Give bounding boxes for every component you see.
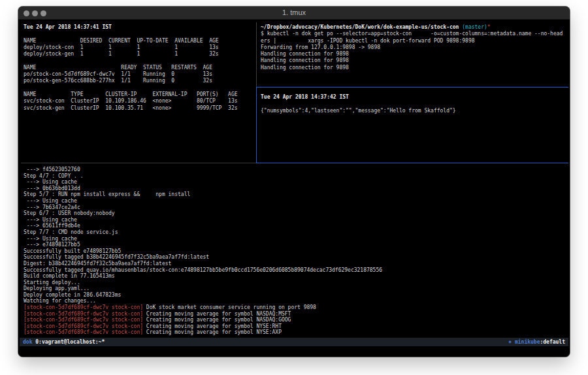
terminal-line: NAME READY STATUS RESTARTS AGE <box>24 65 256 71</box>
pane-skaffold-build-log[interactable]: ---> f45623052760Step 4/7 : COPY . . ---… <box>21 164 568 337</box>
terminal-line: Tue 24 Apr 2018 14:37:41 IST <box>24 24 256 31</box>
terminal-line: ---> 7b6347ce2a4c <box>24 204 568 211</box>
kube-namespace: :default <box>540 338 565 346</box>
pane-app-output-active[interactable]: Tue 24 Apr 2018 14:37:42 IST {"numsymbol… <box>257 88 568 162</box>
terminal-line: Starting deploy... <box>24 280 568 286</box>
terminal-line: Handling connection for 9898 <box>261 57 568 64</box>
terminal-line: Forwarding from 127.0.0.1:9898 -> 9898 <box>261 44 568 51</box>
terminal-line: Step 4/7 : COPY . . <box>24 173 568 180</box>
pane-divider-horizontal-active-right[interactable] <box>256 163 568 163</box>
terminal-line <box>24 57 256 64</box>
kubernetes-wheel-icon: ⎈ <box>508 338 515 346</box>
terminal-line: deploy/stock-gen 1 1 1 1 32s <box>24 51 256 57</box>
pane-kubectl-watch[interactable]: Tue 24 Apr 2018 14:37:41 IST NAME DESIRE… <box>21 22 256 162</box>
terminal-line: ---> Using cache <box>24 217 568 223</box>
terminal-line: svc/stock-gen ClusterIP 10.100.35.71 <no… <box>24 105 256 112</box>
terminal-line <box>24 31 256 37</box>
terminal-line: Handling connection for 9898 <box>261 65 568 71</box>
terminal-line: ---> Using cache <box>24 179 568 186</box>
tmux-session: Tue 24 Apr 2018 14:37:41 IST NAME DESIRE… <box>18 20 570 357</box>
window-title: 1. tmux <box>18 8 570 16</box>
terminal-line: svc/stock-con ClusterIP 10.109.186.46 <n… <box>24 98 256 105</box>
terminal-line <box>261 101 568 107</box>
terminal-line: Successfully tagged quay.io/mhausenblas/… <box>24 267 568 274</box>
terminal-line: Step 6/7 : USER nobody:nobody <box>24 210 568 217</box>
pane-divider-vertical-active[interactable] <box>256 87 257 163</box>
terminal-line: {"numsymbols":4,"lastseen":"","message":… <box>261 108 568 114</box>
terminal-line: Tue 24 Apr 2018 14:37:42 IST <box>261 94 568 101</box>
terminal-line: ~/Dropbox/advocacy/Kubernetes/DoK/work/d… <box>261 24 568 31</box>
terminal-line: Successfully built e74898127bb5 <box>24 248 568 255</box>
terminal-line: [stock-con-5d7df689cf-dwc7v stock-con] D… <box>24 304 568 311</box>
terminal-line: Step 7/7 : CMD node service.js <box>24 229 568 236</box>
terminal-line: Build complete in 77.165413ms <box>24 273 568 280</box>
window-titlebar: 1. tmux <box>18 7 570 20</box>
terminal-line: po/stock-con-5d7df689cf-dwc7v 1/1 Runnin… <box>24 71 256 78</box>
terminal-window: 1. tmux Tue 24 Apr 2018 14:37:41 IST NAM… <box>18 7 570 357</box>
pane-divider-vertical-inactive[interactable] <box>256 22 257 87</box>
kube-context-indicator: ⎈ minikube:default <box>508 338 565 346</box>
terminal-line: po/stock-gen-576cc688bb-277hx 1/1 Runnin… <box>24 78 256 84</box>
terminal-line: ---> f45623052760 <box>24 167 568 173</box>
terminal-line: ---> Using cache <box>24 198 568 204</box>
status-window-item[interactable]: 0:vagrant@localhost:~* <box>32 338 105 346</box>
terminal-line: ---> 0b636bd013dd <box>24 186 568 192</box>
terminal-line: Successfully tagged b38b42246945fd7f32c5… <box>24 254 568 261</box>
terminal-line: NAME DESIRED CURRENT UP-TO-DATE AVAILABL… <box>24 38 256 44</box>
terminal-line: [stock-con-5d7df689cf-dwc7v stock-con] C… <box>24 311 568 318</box>
tmux-status-bar: dok 0:vagrant@localhost:~* ⎈ minikube:de… <box>20 338 568 346</box>
terminal-line: NAME TYPE CLUSTER-IP EXTERNAL-IP PORT(S)… <box>24 91 256 98</box>
terminal-line <box>24 85 256 91</box>
terminal-line: [stock-con-5d7df689cf-dwc7v stock-con] C… <box>24 317 568 323</box>
session-name: dok <box>23 338 32 346</box>
pane-port-forward[interactable]: ~/Dropbox/advocacy/Kubernetes/DoK/work/d… <box>257 22 568 87</box>
terminal-line: [stock-con-5d7df689cf-dwc7v stock-con] C… <box>24 329 568 336</box>
terminal-line: [stock-con-5d7df689cf-dwc7v stock-con] C… <box>24 323 568 330</box>
kube-context: minikube <box>515 338 540 346</box>
pane-divider-horizontal-active[interactable] <box>257 87 568 88</box>
terminal-line: $ kubectl -n dok get po --selector=app=s… <box>261 31 568 37</box>
terminal-line: ers | xargs -IPOD kubectl -n dok port-fo… <box>261 38 568 44</box>
terminal-line: Step 5/7 : RUN npm install express && np… <box>24 191 568 198</box>
pane-divider-horizontal-inactive[interactable] <box>21 163 256 163</box>
terminal-line: Deploying app.yaml... <box>24 285 568 292</box>
terminal-line: ---> 65611ff9db4e <box>24 223 568 229</box>
terminal-line: Deploy complete in 286.647823ms <box>24 292 568 299</box>
terminal-line: ---> Using cache <box>24 236 568 242</box>
terminal-line: ---> e74898127bb5 <box>24 242 568 248</box>
terminal-line: Digest: b38b42246945fd7f32c5ba9aea7af7fd… <box>24 261 568 267</box>
terminal-line: Watching for changes... <box>24 298 568 304</box>
terminal-line: Handling connection for 9898 <box>261 51 568 57</box>
terminal-line: deploy/stock-con 1 1 1 1 13s <box>24 44 256 51</box>
